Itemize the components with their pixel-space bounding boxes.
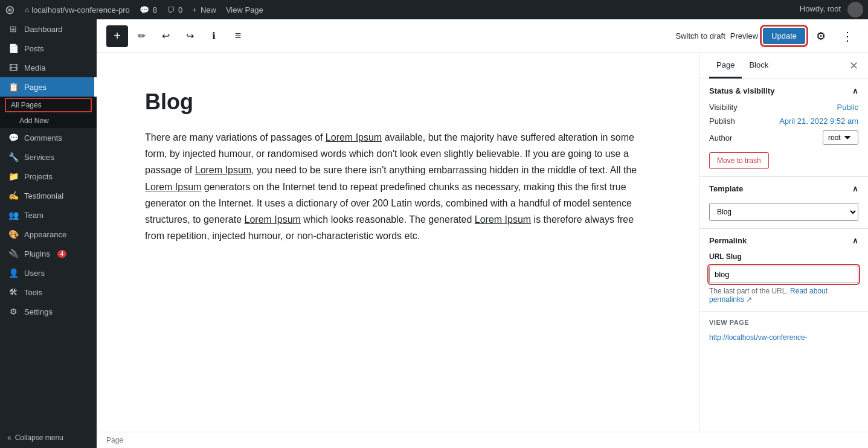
sidebar-item-media[interactable]: 🎞 Media <box>0 58 97 77</box>
avatar <box>847 2 863 18</box>
pages-submenu: All Pages Add New <box>0 97 97 128</box>
sidebar-sub-item-all-pages[interactable]: All Pages <box>5 98 92 112</box>
services-icon: 🔧 <box>7 152 19 162</box>
sidebar: ⊞ Dashboard 📄 Posts 🎞 Media 📋 Pages All … <box>0 19 97 448</box>
list-view-button[interactable]: ≡ <box>227 25 249 47</box>
status-visibility-body: Visibility Public Publish April 21, 2022… <box>699 103 868 176</box>
url-slug-input[interactable] <box>709 266 858 283</box>
sidebar-item-appearance[interactable]: 🎨 Appearance <box>0 225 97 244</box>
sidebar-item-dashboard[interactable]: ⊞ Dashboard <box>0 19 97 39</box>
permalink-header[interactable]: Permalink ∧ <box>699 229 868 252</box>
tab-page[interactable]: Page <box>709 53 742 78</box>
page-content: There are many variations of passages of… <box>145 129 651 244</box>
status-bar: Page <box>97 432 868 448</box>
permalink-body: URL Slug The last part of the URL. Read … <box>699 252 868 311</box>
editor-canvas[interactable]: Blog There are many variations of passag… <box>97 53 699 432</box>
template-section: Template ∧ Blog <box>699 177 868 229</box>
tab-block[interactable]: Block <box>742 53 776 78</box>
sidebar-item-pages[interactable]: 📋 Pages <box>0 77 97 97</box>
switch-to-draft-button[interactable]: Switch to draft <box>675 31 725 40</box>
visibility-value[interactable]: Public <box>837 103 858 112</box>
sidebar-item-projects[interactable]: 📁 Projects <box>0 167 97 186</box>
add-block-button[interactable]: + <box>106 25 128 47</box>
template-header[interactable]: Template ∧ <box>699 177 868 200</box>
redo-button[interactable]: ↪ <box>179 25 201 47</box>
admin-bar-new[interactable]: + New <box>192 5 216 14</box>
sidebar-item-comments[interactable]: 💬 Comments <box>0 128 97 147</box>
sidebar-item-testimonial[interactable]: ✍ Testimonial <box>0 186 97 205</box>
add-icon: + <box>114 29 121 43</box>
team-icon: 👥 <box>7 210 19 220</box>
plus-icon: + <box>192 5 197 14</box>
admin-bar-speech[interactable]: 🗩 0 <box>167 5 182 14</box>
dashboard-icon: ⊞ <box>7 24 19 34</box>
sidebar-sub-item-add-new[interactable]: Add New <box>0 114 97 128</box>
redo-icon: ↪ <box>186 30 194 42</box>
status-visibility-header[interactable]: Status & visibility ∧ <box>699 79 868 103</box>
publish-value[interactable]: April 21, 2022 9:52 am <box>779 117 858 126</box>
sidebar-item-users[interactable]: 👤 Users <box>0 263 97 283</box>
lorem-ipsum-link-5[interactable]: Lorem Ipsum <box>475 214 531 225</box>
panel-close-button[interactable]: ✕ <box>849 53 858 78</box>
visibility-row: Visibility Public <box>709 103 858 112</box>
move-to-trash-button[interactable]: Move to trash <box>709 152 769 169</box>
comments-icon: 💬 <box>140 5 149 14</box>
plugins-badge: 4 <box>57 250 67 258</box>
sidebar-item-team[interactable]: 👥 Team <box>0 205 97 225</box>
undo-button[interactable]: ↩ <box>155 25 176 47</box>
info-button[interactable]: ℹ <box>203 25 225 47</box>
author-row: Author root <box>709 130 858 145</box>
admin-bar-view-page[interactable]: View Page <box>226 5 263 14</box>
publish-row: Publish April 21, 2022 9:52 am <box>709 117 858 126</box>
site-name[interactable]: ⌂ localhost/vw-conference-pro <box>25 5 130 14</box>
more-options-button[interactable]: ⋮ <box>837 25 858 47</box>
lorem-ipsum-link-2[interactable]: Lorem Ipsum <box>195 165 251 175</box>
sidebar-item-posts[interactable]: 📄 Posts <box>0 39 97 58</box>
editor-toolbar: + ✏ ↩ ↪ ℹ ≡ Switch to draft Preview Upda… <box>97 19 868 53</box>
status-visibility-section: Status & visibility ∧ Visibility Public … <box>699 79 868 177</box>
permalink-description: The last part of the URL. Read about per… <box>709 287 858 304</box>
update-button[interactable]: Update <box>763 28 805 44</box>
lorem-ipsum-link-1[interactable]: Lorem Ipsum <box>326 132 382 142</box>
pencil-icon: ✏ <box>138 30 146 42</box>
plugins-icon: 🔌 <box>7 249 19 258</box>
lorem-ipsum-link-3[interactable]: Lorem Ipsum <box>145 182 201 192</box>
editor-body: Blog There are many variations of passag… <box>97 53 868 432</box>
editor-area: + ✏ ↩ ↪ ℹ ≡ Switch to draft Preview Upda… <box>97 19 868 448</box>
view-page-label: VIEW PAGE <box>699 312 868 333</box>
comments-menu-icon: 💬 <box>7 133 19 142</box>
testimonial-icon: ✍ <box>7 191 19 200</box>
page-title: Blog <box>145 89 651 115</box>
settings-panel-button[interactable]: ⚙ <box>810 25 832 47</box>
home-icon: ⌂ <box>25 5 29 14</box>
active-indicator <box>94 77 97 97</box>
author-select[interactable]: root <box>823 130 858 145</box>
collapse-menu-button[interactable]: « Collapse menu <box>0 427 97 448</box>
chevron-up-permalink-icon: ∧ <box>852 236 858 245</box>
sidebar-item-plugins[interactable]: 🔌 Plugins 4 <box>0 244 97 263</box>
sidebar-item-settings[interactable]: ⚙ Settings <box>0 302 97 321</box>
template-select[interactable]: Blog <box>709 203 858 221</box>
admin-bar: ⊛ ⌂ localhost/vw-conference-pro 💬 8 🗩 0 … <box>0 0 868 19</box>
sidebar-item-tools[interactable]: 🛠 Tools <box>0 283 97 302</box>
permalink-section: Permalink ∧ URL Slug The last part of th… <box>699 229 868 312</box>
preview-button[interactable]: Preview <box>730 31 758 40</box>
users-icon: 👤 <box>7 268 19 278</box>
info-icon: ℹ <box>212 30 216 42</box>
dots-icon: ⋮ <box>841 29 854 43</box>
view-page-url[interactable]: http://localhost/vw-conference- <box>699 333 868 349</box>
media-icon: 🎞 <box>7 63 19 72</box>
move-trash-row: Move to trash <box>709 150 858 169</box>
sidebar-item-services[interactable]: 🔧 Services <box>0 147 97 167</box>
speech-icon: 🗩 <box>167 5 175 14</box>
admin-bar-comments[interactable]: 💬 8 <box>140 5 157 14</box>
wp-logo-icon[interactable]: ⊛ <box>5 2 15 17</box>
chevron-up-icon: ∧ <box>852 86 858 95</box>
toolbar-right: Switch to draft Preview Update ⚙ ⋮ <box>675 25 858 47</box>
lorem-ipsum-link-4[interactable]: Lorem Ipsum <box>245 214 301 225</box>
appearance-icon: 🎨 <box>7 229 19 239</box>
panel-tabs: Page Block ✕ <box>699 53 868 79</box>
edit-mode-button[interactable]: ✏ <box>130 25 152 47</box>
gear-icon: ⚙ <box>816 30 826 43</box>
posts-icon: 📄 <box>7 43 19 53</box>
